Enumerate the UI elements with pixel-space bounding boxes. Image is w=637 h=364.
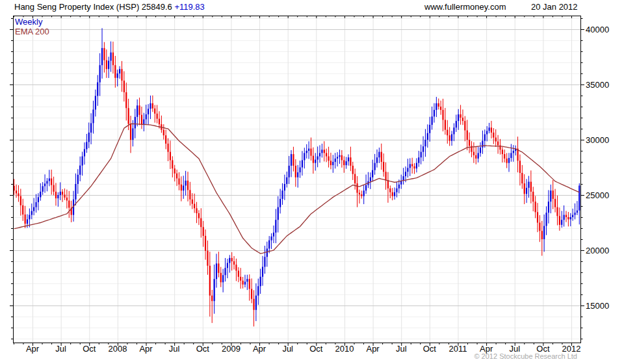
candle [71, 201, 72, 222]
candle [295, 159, 296, 187]
candle [170, 140, 171, 169]
candle [238, 267, 239, 282]
candle [416, 158, 417, 172]
candle [504, 150, 505, 162]
candle [453, 124, 454, 142]
candle [427, 124, 428, 148]
chart-change: +119.83 [174, 2, 204, 12]
candle [467, 120, 468, 150]
candle [543, 214, 545, 252]
candle [436, 97, 437, 117]
candle [92, 101, 94, 134]
candle [434, 103, 435, 123]
candle [124, 72, 125, 102]
candle [403, 168, 404, 185]
candle [376, 150, 378, 168]
candle [564, 205, 565, 227]
candle [328, 147, 329, 168]
y-axis-label: 35000 [586, 80, 609, 90]
plot-border [14, 16, 581, 343]
candle [310, 138, 311, 161]
candle [121, 61, 122, 92]
candle [315, 153, 316, 170]
candle [488, 123, 489, 133]
ema-line [14, 124, 580, 254]
candle [330, 153, 332, 170]
candle [95, 90, 96, 117]
candle [354, 168, 356, 189]
candle [159, 111, 160, 129]
candle [264, 246, 265, 274]
candle [539, 215, 540, 242]
candle [251, 278, 252, 303]
candle [535, 196, 536, 218]
candle [174, 165, 176, 181]
candle [280, 189, 281, 214]
candle [473, 142, 474, 163]
candle [289, 156, 290, 184]
candle [154, 105, 155, 122]
candle [25, 206, 26, 228]
candle [214, 265, 215, 314]
candle [561, 211, 562, 228]
candle [255, 283, 257, 321]
x-axis-label: Oct [309, 344, 323, 354]
candle [275, 209, 276, 243]
candle [578, 183, 580, 224]
candle [119, 66, 120, 79]
candle [101, 28, 103, 79]
candle [55, 183, 57, 205]
candle [138, 98, 140, 125]
candle [112, 42, 114, 73]
x-axis-label: Apr [139, 344, 153, 354]
candle [99, 53, 101, 96]
candle [306, 144, 307, 159]
candle [163, 124, 164, 139]
candle [480, 142, 481, 157]
candle [242, 277, 243, 289]
candle [130, 116, 131, 153]
candle [31, 203, 32, 219]
candle [567, 212, 569, 226]
candle [114, 56, 116, 88]
candle [418, 151, 419, 167]
candle [266, 242, 268, 267]
x-axis-label: 2008 [108, 344, 127, 354]
candle [281, 183, 283, 205]
x-axis-label: Jul [169, 344, 180, 354]
candle [200, 208, 202, 237]
candle [286, 172, 287, 188]
candle [392, 188, 393, 200]
candle [528, 176, 529, 198]
candle [445, 108, 446, 135]
candle [352, 162, 354, 180]
candle [521, 165, 523, 189]
candle [125, 83, 127, 120]
legend-ema: EMA 200 [15, 27, 49, 36]
candle [273, 226, 274, 243]
x-axis-label: Oct [196, 344, 210, 354]
site-link[interactable]: www.fullermoney.com [424, 2, 506, 12]
x-axis-label: Oct [423, 344, 437, 354]
chart-legend: Weekly EMA 200 [15, 17, 49, 36]
candle [421, 144, 422, 164]
candle [348, 154, 349, 165]
candle [189, 182, 190, 206]
candle [49, 170, 50, 186]
candle [150, 96, 151, 119]
candle [550, 185, 551, 213]
candle [464, 116, 465, 141]
candle [319, 145, 320, 162]
candle [44, 174, 46, 192]
candle [194, 194, 195, 213]
candle [235, 259, 237, 281]
candle [471, 141, 472, 157]
candle [324, 141, 325, 161]
candle [440, 101, 441, 115]
candle [152, 96, 153, 112]
y-axis-label: 25000 [586, 190, 609, 200]
candle [389, 185, 391, 198]
candle [385, 162, 386, 190]
candle [198, 210, 200, 225]
candle [66, 190, 68, 209]
